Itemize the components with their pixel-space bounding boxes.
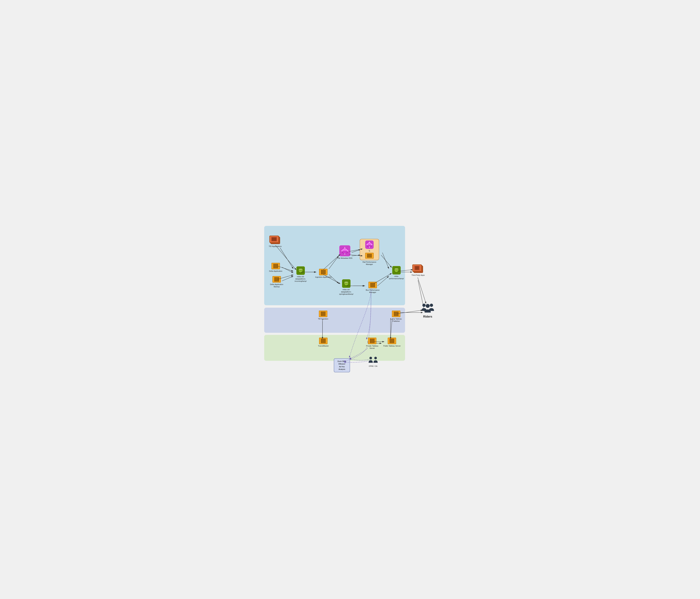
zone-lavender (264, 308, 405, 333)
mbta-ctd-incoming-label: mbta-ctd-dataplatform-incoming/lamp/ (292, 275, 309, 282)
svg-marker-32 (347, 250, 348, 251)
opmi-oa-label: OPMI / OA (369, 365, 377, 367)
mbta-ctd-incoming-node: mbta-ctd-dataplatform-incoming/lamp/ (292, 266, 309, 282)
public-tableau-node: Public Tableau Server (383, 338, 401, 347)
mbta-springboard-node: mbta-ctd-dataplatform-springboard/lamp/ (338, 279, 355, 295)
rpm-label: Rail Performance Manager (360, 261, 379, 266)
ingestion-app-icon (319, 269, 327, 275)
mbta-ctd-incoming-icon (296, 266, 305, 275)
tm-ingestion-icon (319, 310, 327, 317)
delta-backup-node: Delta Application Backup (268, 276, 285, 288)
svg-point-45 (344, 281, 349, 283)
transit-master-label: TransitMaster (318, 345, 329, 347)
public-tableau-icon (388, 338, 396, 344)
bus-performance-node: Bus Performance Manager (364, 282, 381, 294)
rpm-db-icon (365, 241, 374, 249)
private-tableau-node: Private Tableau Server (363, 338, 381, 349)
public-tableau-label: Public Tableau Server (383, 345, 401, 347)
lamp-tableau-publisher-node: Lamp Tableau Publisher (387, 310, 405, 322)
zone-blue (264, 226, 405, 305)
rpm-queue-icon (365, 253, 374, 258)
transit-master-node: TransitMaster (318, 338, 329, 347)
opmi-oa-node: OPMI / OA (368, 355, 378, 367)
file-metadata-rds-node: File Metadata RDS (338, 245, 352, 259)
tm-ingestion-label: TM Ingestion (318, 318, 328, 320)
file-metadata-rds-label: File Metadata RDS (338, 257, 352, 259)
svg-point-49 (430, 304, 433, 307)
delta-backup-icon (272, 276, 281, 282)
delta-app-icon (272, 263, 280, 269)
svg-marker-29 (344, 247, 345, 248)
svg-point-35 (367, 245, 372, 247)
svg-point-48 (422, 304, 426, 307)
third-party-apps-label: Third Party Apps (411, 274, 425, 276)
lamp-tableau-publisher-icon (392, 310, 400, 317)
riders-icon (420, 302, 435, 314)
svg-point-51 (370, 357, 372, 359)
mbta-springboard-label: mbta-ctd-dataplatform-springboard/lamp/ (338, 289, 355, 295)
file-metadata-rds-icon (339, 245, 350, 256)
opmi-oa-icon (368, 355, 378, 364)
tm-ingestion-node: TM Ingestion (318, 310, 328, 320)
tid-applications-node: TID Applications (269, 235, 281, 247)
svg-marker-30 (344, 253, 345, 254)
third-party-apps-node: Third Party Apps (411, 265, 425, 276)
rpm-node: ⇅ Rail Performance Manager (360, 239, 379, 266)
svg-point-24 (342, 251, 347, 253)
svg-point-47 (394, 268, 399, 270)
delta-backup-label: Delta Application Backup (268, 283, 285, 288)
rpm-box: ⇅ (360, 239, 379, 260)
mbta-performance-icon (392, 266, 401, 274)
mbta-springboard-icon (342, 279, 350, 288)
svg-point-52 (374, 357, 377, 359)
riders-node: Riders (420, 302, 435, 319)
delta-application-node: Delta Application (269, 263, 282, 272)
duckdb-box: Duck DB &DBeaverAd Hoc Analysis (334, 358, 350, 372)
svg-marker-31 (341, 250, 342, 251)
ingestion-app-node: Ingestion Application (315, 269, 331, 278)
transit-master-icon (319, 338, 327, 344)
tid-applications-label: TID Applications (269, 245, 281, 247)
mbta-performance-label: mbta-performance/lamp/ (388, 275, 405, 280)
svg-line-67 (418, 277, 426, 304)
lamp-tableau-publisher-label: Lamp Tableau Publisher (387, 318, 405, 322)
mbta-performance-node: mbta-performance/lamp/ (388, 266, 405, 280)
bus-performance-icon (369, 282, 377, 288)
riders-label: Riders (423, 315, 432, 319)
svg-point-21 (298, 269, 303, 270)
duckdb-label: Duck DB &DBeaverAd Hoc Analysis (338, 360, 346, 370)
svg-point-50 (426, 304, 430, 308)
private-tableau-icon (368, 338, 376, 344)
private-tableau-label: Private Tableau Server (363, 345, 381, 349)
ingestion-app-label: Ingestion Application (315, 276, 331, 278)
bus-performance-label: Bus Performance Manager (364, 289, 381, 294)
delta-application-label: Delta Application (269, 270, 282, 272)
duckdb-node: Duck DB &DBeaverAd Hoc Analysis (334, 358, 350, 372)
